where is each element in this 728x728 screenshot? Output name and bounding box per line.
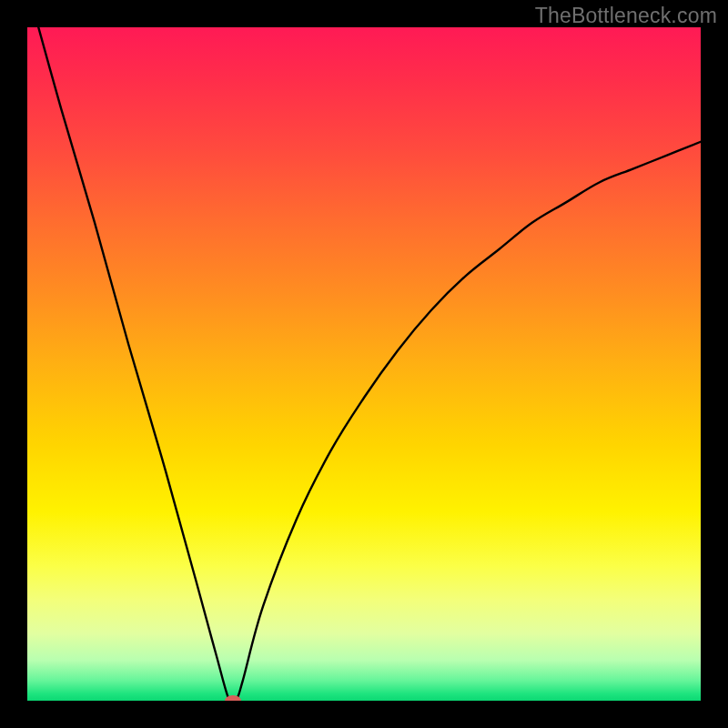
- chart-frame: TheBottleneck.com: [0, 0, 728, 728]
- watermark-text: TheBottleneck.com: [535, 4, 717, 28]
- bottleneck-curve: [27, 27, 701, 701]
- plot-area: [27, 27, 701, 701]
- optimal-point-marker: [225, 695, 241, 701]
